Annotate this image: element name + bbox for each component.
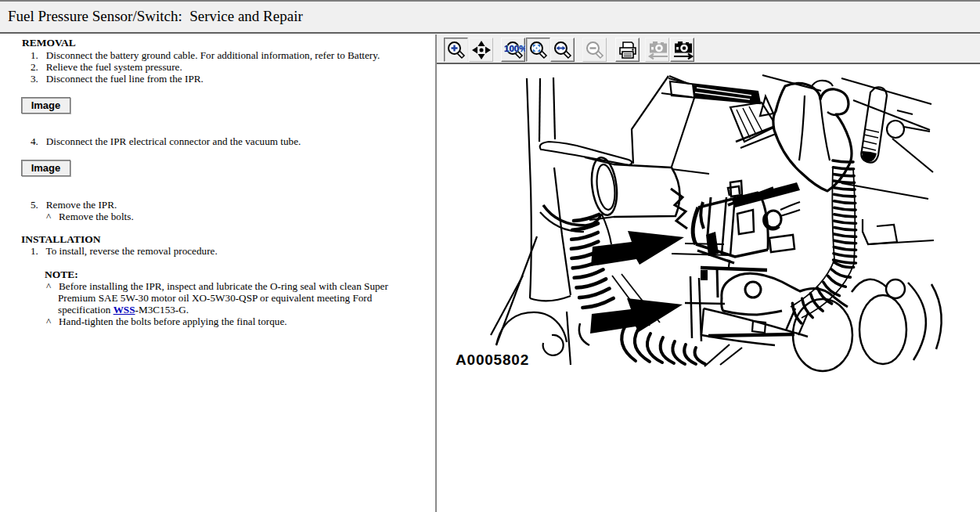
svg-text:100%: 100% xyxy=(504,44,525,53)
svg-text:A0005802: A0005802 xyxy=(456,352,529,368)
